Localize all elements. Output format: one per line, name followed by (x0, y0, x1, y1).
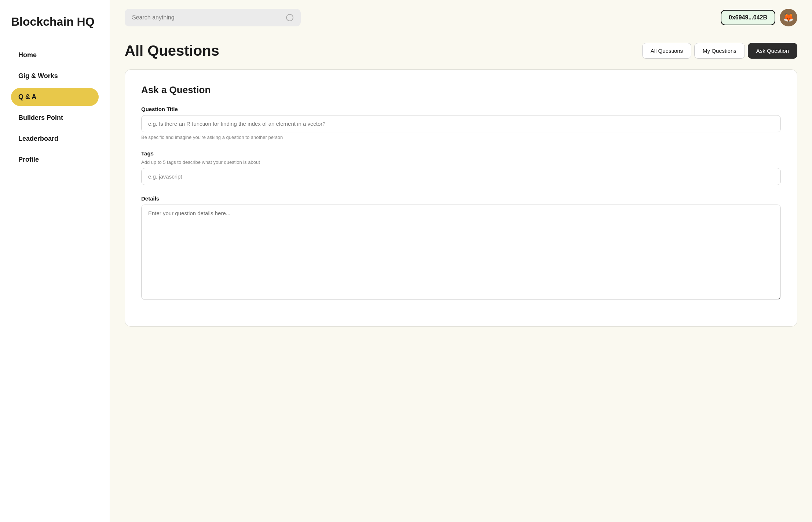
tags-hint: Add up to 5 tags to describe what your q… (141, 159, 781, 165)
tab-all-questions[interactable]: All Questions (642, 43, 691, 59)
details-label: Details (141, 195, 781, 202)
tab-group: All Questions My Questions Ask Question (642, 43, 797, 59)
header-right: 0x6949...042B 🦊 (721, 9, 797, 26)
header: 0x6949...042B 🦊 (110, 0, 812, 35)
search-input[interactable] (132, 14, 282, 21)
content-area: All Questions All Questions My Questions… (110, 35, 812, 522)
sidebar-item-home[interactable]: Home (11, 46, 99, 64)
sidebar-item-builders-point[interactable]: Builders Point (11, 109, 99, 127)
question-title-hint: Be specific and imagine you're asking a … (141, 135, 781, 140)
form-card-title: Ask a Question (141, 84, 781, 96)
sidebar: Blockchain HQ Home Gig & Works Q & A Bui… (0, 0, 110, 522)
details-textarea[interactable] (141, 205, 781, 300)
main-content: 0x6949...042B 🦊 All Questions All Questi… (110, 0, 812, 522)
sidebar-nav: Home Gig & Works Q & A Builders Point Le… (11, 46, 99, 169)
details-group: Details (141, 195, 781, 301)
search-bar (125, 9, 301, 26)
tags-input[interactable] (141, 168, 781, 185)
tab-ask-question[interactable]: Ask Question (748, 43, 797, 59)
question-title-group: Question Title Be specific and imagine y… (141, 106, 781, 140)
tags-group: Tags Add up to 5 tags to describe what y… (141, 150, 781, 185)
search-icon (286, 14, 293, 21)
ask-question-form-card: Ask a Question Question Title Be specifi… (125, 69, 797, 327)
sidebar-item-profile[interactable]: Profile (11, 151, 99, 169)
question-title-label: Question Title (141, 106, 781, 112)
page-header: All Questions All Questions My Questions… (125, 43, 797, 59)
sidebar-item-gig-works[interactable]: Gig & Works (11, 67, 99, 85)
wallet-address-button[interactable]: 0x6949...042B (721, 10, 775, 25)
page-title: All Questions (125, 43, 219, 59)
sidebar-item-leaderboard[interactable]: Leaderboard (11, 130, 99, 148)
sidebar-item-qa[interactable]: Q & A (11, 88, 99, 106)
tags-label: Tags (141, 150, 781, 157)
app-logo: Blockchain HQ (11, 15, 99, 29)
avatar[interactable]: 🦊 (780, 9, 797, 26)
tab-my-questions[interactable]: My Questions (694, 43, 745, 59)
question-title-input[interactable] (141, 115, 781, 132)
